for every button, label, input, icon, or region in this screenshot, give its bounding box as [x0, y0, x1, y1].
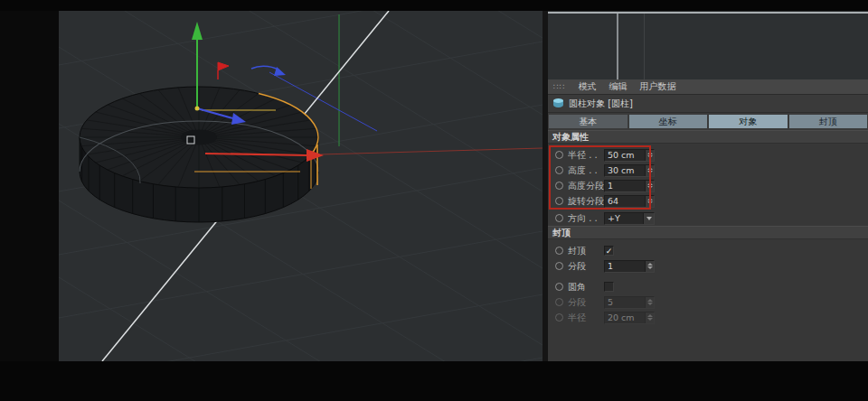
height-segments-stepper[interactable] — [645, 181, 654, 191]
fillet-radius-value: 20 cm — [605, 312, 645, 323]
fillet-segments-stepper — [645, 297, 654, 308]
height-segments-row: 高度分段 1 — [548, 178, 868, 193]
param-circle-icon[interactable] — [555, 262, 563, 270]
panel-edge-line-2 — [644, 14, 645, 79]
object-properties-rows: 半径 . . 50 cm 高度 . . 30 cm 高度分段 1 — [548, 144, 868, 226]
cylinder-icon — [553, 98, 563, 109]
fillet-radius-row: 半径 20 cm — [548, 310, 868, 325]
bottom-black-bar — [0, 361, 868, 401]
param-circle-icon[interactable] — [555, 166, 563, 174]
height-stepper[interactable] — [645, 165, 654, 176]
app-window: ∷∷ 模式 编辑 用户数据 圆柱对象 [圆柱] 基本 坐标 对象 封顶 对象属性… — [0, 0, 868, 401]
caps-segments-input[interactable]: 1 — [604, 260, 655, 273]
fillet-radius-label: 半径 — [568, 312, 604, 324]
fillet-label: 圆角 — [568, 281, 604, 294]
top-black-bar — [0, 0, 868, 11]
rotation-segments-value[interactable]: 64 — [605, 196, 645, 207]
attribute-manager: ∷∷ 模式 编辑 用户数据 圆柱对象 [圆柱] 基本 坐标 对象 封顶 对象属性… — [548, 79, 868, 361]
fillet-row: 圆角 — [548, 279, 868, 294]
caps-segments-row: 分段 1 — [548, 258, 868, 274]
fillet-radius-input: 20 cm — [604, 312, 655, 324]
fillet-checkbox[interactable] — [604, 282, 614, 292]
section-caps[interactable]: 封顶 — [548, 226, 868, 239]
param-circle-icon[interactable] — [555, 283, 563, 291]
param-circle-icon[interactable] — [555, 197, 563, 205]
orientation-value[interactable]: +Y — [605, 213, 643, 224]
rotation-segments-row: 旋转分段 64 — [548, 193, 868, 209]
chevron-down-icon[interactable] — [643, 213, 654, 224]
caps-rows: 封顶 ✓ 分段 1 圆角 分段 5 — [548, 239, 868, 325]
rotation-segments-stepper[interactable] — [645, 196, 654, 207]
param-circle-icon[interactable] — [555, 214, 563, 222]
menu-userdata[interactable]: 用户数据 — [639, 80, 675, 93]
grip-dots-icon[interactable]: ∷∷ — [553, 82, 565, 91]
menu-edit[interactable]: 编辑 — [609, 80, 627, 93]
radius-label: 半径 . . — [568, 149, 604, 162]
viewport-3d[interactable] — [59, 11, 542, 361]
upper-right-viewport-strip — [548, 11, 868, 79]
fillet-segments-row: 分段 5 — [548, 294, 868, 310]
caps-toggle-row: 封顶 ✓ — [548, 243, 868, 258]
caps-segments-label: 分段 — [568, 260, 604, 273]
fillet-radius-stepper — [645, 312, 654, 323]
rotation-segments-label: 旋转分段 — [568, 195, 604, 208]
param-circle-icon[interactable] — [555, 182, 563, 190]
param-circle-icon — [555, 313, 563, 322]
panel-edge-line — [617, 14, 618, 79]
tab-object[interactable]: 对象 — [709, 115, 788, 128]
height-input[interactable]: 30 cm — [604, 164, 655, 177]
radius-input[interactable]: 50 cm — [604, 149, 655, 162]
viewport-top-edge — [548, 12, 868, 14]
height-value[interactable]: 30 cm — [605, 165, 645, 176]
height-segments-input[interactable]: 1 — [604, 180, 655, 192]
height-label: 高度 . . — [568, 164, 604, 177]
tab-coord[interactable]: 坐标 — [629, 115, 708, 128]
viewport-scene[interactable] — [59, 11, 542, 361]
tab-caps[interactable]: 封顶 — [789, 115, 868, 128]
caps-checkbox[interactable]: ✓ — [604, 246, 614, 256]
fillet-segments-input: 5 — [604, 296, 655, 309]
param-circle-icon[interactable] — [555, 247, 563, 255]
caps-toggle-label: 封顶 — [568, 245, 604, 257]
fillet-segments-value: 5 — [605, 297, 645, 308]
object-header: 圆柱对象 [圆柱] — [548, 95, 868, 113]
section-object-properties[interactable]: 对象属性 — [548, 130, 868, 144]
caps-segments-value[interactable]: 1 — [605, 261, 645, 272]
radius-value[interactable]: 50 cm — [605, 150, 645, 161]
orientation-label: 方向 . . — [568, 212, 604, 225]
param-circle-icon — [555, 298, 563, 306]
fillet-segments-label: 分段 — [568, 296, 604, 309]
tab-basic[interactable]: 基本 — [549, 115, 627, 128]
object-title: 圆柱对象 [圆柱] — [569, 98, 633, 110]
attribute-tabs: 基本 坐标 对象 封顶 — [548, 113, 868, 130]
radius-stepper[interactable] — [645, 150, 654, 161]
radius-row: 半径 . . 50 cm — [548, 147, 868, 163]
orientation-dropdown[interactable]: +Y — [604, 212, 655, 225]
param-circle-icon[interactable] — [555, 151, 563, 159]
left-black-margin — [0, 11, 59, 361]
menu-mode[interactable]: 模式 — [578, 80, 596, 93]
height-row: 高度 . . 30 cm — [548, 163, 868, 178]
height-segments-value[interactable]: 1 — [605, 181, 645, 191]
rotation-segments-input[interactable]: 64 — [604, 195, 655, 208]
height-segments-label: 高度分段 — [568, 180, 604, 192]
attribute-menubar: ∷∷ 模式 编辑 用户数据 — [548, 79, 868, 95]
caps-segments-stepper[interactable] — [645, 261, 654, 272]
orientation-row: 方向 . . +Y — [548, 210, 868, 226]
